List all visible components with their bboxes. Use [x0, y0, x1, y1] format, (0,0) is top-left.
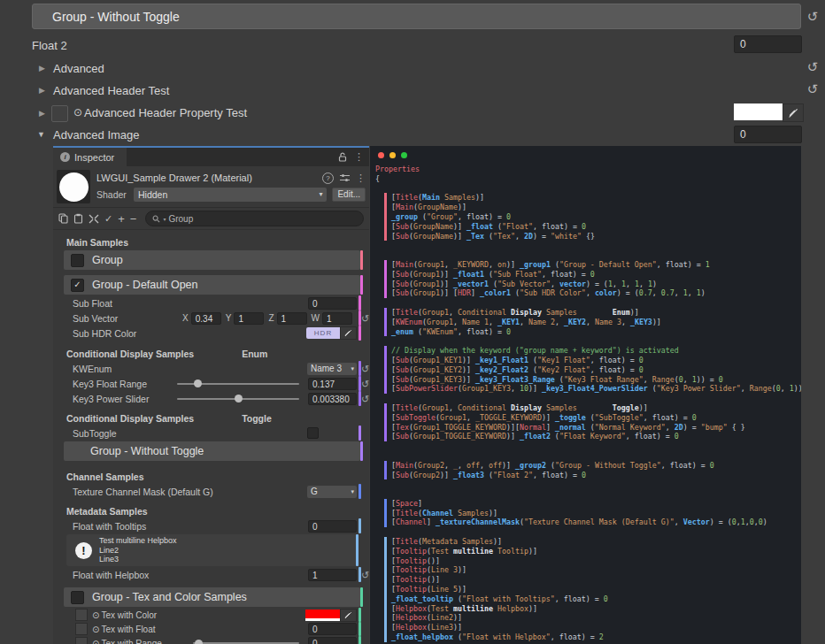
group-checkbox[interactable]: ✓ [71, 279, 84, 292]
collapse-icon[interactable] [89, 214, 99, 224]
slider-thumb[interactable] [194, 380, 202, 387]
revert-icon[interactable]: ↺ [806, 10, 820, 24]
code-token: on [497, 260, 506, 269]
value-field[interactable]: 1 [277, 312, 307, 325]
slider-track[interactable] [177, 383, 299, 385]
plus-icon[interactable]: + [118, 212, 125, 226]
code-line: [Helpbox(Line3)] [391, 623, 801, 632]
foldout-label[interactable]: Advanced Header Test [53, 84, 169, 97]
value-field[interactable]: 0.003380 [308, 393, 357, 405]
checkbox[interactable] [307, 427, 319, 439]
minus-icon[interactable]: − [130, 212, 137, 226]
code-token: , [644, 375, 652, 384]
code-token: Sub [396, 232, 409, 241]
target-icon: ⊙ [92, 639, 99, 644]
code-token: _enum [391, 327, 413, 336]
texture-thumbnail[interactable] [75, 609, 88, 621]
dropdown[interactable]: G [307, 486, 357, 498]
search-input[interactable]: ▾ Group [145, 211, 364, 226]
edit-shader-button[interactable]: Edit... [332, 188, 366, 202]
group-header[interactable]: ✓Group - Default Open [64, 275, 360, 295]
value-field[interactable]: 0 [734, 126, 802, 143]
revert-icon[interactable]: ↺ [806, 60, 820, 74]
code-token: Group1 [422, 403, 449, 412]
group-header[interactable]: Group - Without Toggle [64, 441, 360, 461]
value-field[interactable]: 0.34 [191, 312, 221, 325]
group-header[interactable]: Group [64, 250, 360, 270]
code-token: "white" [551, 232, 582, 241]
section-title: Conditional Display Samples [66, 413, 194, 424]
group-color-bar [360, 441, 363, 461]
checkmark-icon[interactable]: ✓ [104, 213, 112, 225]
help-icon[interactable]: ? [322, 172, 334, 184]
code-token: off [489, 461, 502, 470]
value-field[interactable]: 0.137 [308, 378, 357, 390]
eyedropper-button[interactable] [340, 609, 357, 622]
presets-icon[interactable] [340, 173, 350, 182]
value-field[interactable]: 0 [308, 637, 357, 644]
tab-inspector[interactable]: i Inspector [53, 148, 127, 166]
foldout-label[interactable]: Advanced [53, 62, 104, 75]
code-token: _group2 [515, 461, 546, 470]
value-field[interactable]: 0 [308, 297, 357, 310]
section-label: Main Samples [53, 235, 369, 249]
code-token: Tooltip [396, 556, 427, 565]
material-preview[interactable] [57, 170, 90, 203]
code-token: Group1_KEY3 [413, 375, 462, 384]
revert-icon[interactable]: ↺ [806, 82, 820, 96]
code-token: , [639, 280, 648, 288]
chevron-right-icon[interactable]: ▶ [39, 109, 45, 118]
slider-track[interactable] [177, 398, 299, 400]
eyedropper-button[interactable] [783, 104, 804, 122]
group-header[interactable]: Group - Tex and Color Samples [64, 587, 360, 607]
revert-icon[interactable]: ↺ [360, 393, 369, 404]
code-token: Tooltip [396, 585, 427, 594]
revert-icon[interactable]: ↺ [360, 569, 369, 580]
texture-thumbnail[interactable] [75, 623, 88, 635]
kebab-menu-icon[interactable]: ⋮ [356, 172, 366, 184]
hdr-color-swatch[interactable]: HDR [306, 327, 340, 339]
code-token: Name 1 [462, 318, 489, 326]
lock-icon[interactable] [338, 152, 347, 162]
value-field[interactable]: 1 [234, 312, 264, 325]
kebab-menu-icon[interactable]: ⋮ [354, 151, 364, 163]
group-header-label: Group - Without Toggle [90, 445, 204, 457]
color-swatch[interactable] [734, 104, 783, 120]
dropdown[interactable]: Name 3 [307, 363, 357, 375]
minimize-dot-icon[interactable] [389, 152, 396, 158]
value-field[interactable]: 1 [308, 569, 357, 581]
slider-thumb[interactable] [235, 395, 243, 402]
value-field[interactable]: 1 [322, 312, 352, 325]
paste-icon[interactable] [73, 213, 83, 224]
value-field[interactable]: 0 [734, 35, 802, 53]
group-header-without-toggle[interactable]: Group - Without Toggle [32, 4, 801, 29]
color-swatch[interactable] [305, 610, 340, 621]
texture-thumbnail[interactable] [75, 637, 88, 644]
header-checkbox[interactable] [51, 105, 68, 122]
foldout-label[interactable]: Advanced Header Property Test [84, 106, 247, 119]
shader-dropdown[interactable]: Hidden ▾ [134, 188, 327, 202]
group-checkbox[interactable] [71, 254, 84, 267]
slider-thumb[interactable] [195, 640, 203, 644]
chevron-right-icon[interactable]: ▶ [39, 64, 45, 73]
code-token: Tooltip [396, 565, 427, 574]
value-field[interactable]: 0 [308, 623, 357, 635]
code-token: , float) = [542, 270, 590, 279]
foldout-label[interactable]: Advanced Image [53, 128, 140, 142]
code-token: , [613, 280, 621, 288]
eyedropper-button[interactable] [340, 326, 357, 340]
revert-icon[interactable]: ↺ [360, 363, 369, 374]
revert-icon[interactable]: ↺ [360, 312, 369, 324]
value-field[interactable]: 0 [308, 520, 357, 533]
code-token: , [688, 288, 697, 297]
helpbox-line: Line2 [99, 546, 177, 556]
copy-icon[interactable] [58, 213, 68, 224]
close-dot-icon[interactable] [378, 152, 384, 158]
maximize-dot-icon[interactable] [401, 152, 407, 158]
revert-icon[interactable]: ↺ [360, 378, 369, 389]
code-token: Helpbox [396, 623, 427, 632]
chevron-right-icon[interactable]: ▶ [39, 86, 45, 95]
chevron-down-icon[interactable]: ▼ [37, 130, 45, 139]
group-checkbox[interactable] [71, 591, 84, 604]
group-header-label: Group - Default Open [92, 279, 198, 291]
